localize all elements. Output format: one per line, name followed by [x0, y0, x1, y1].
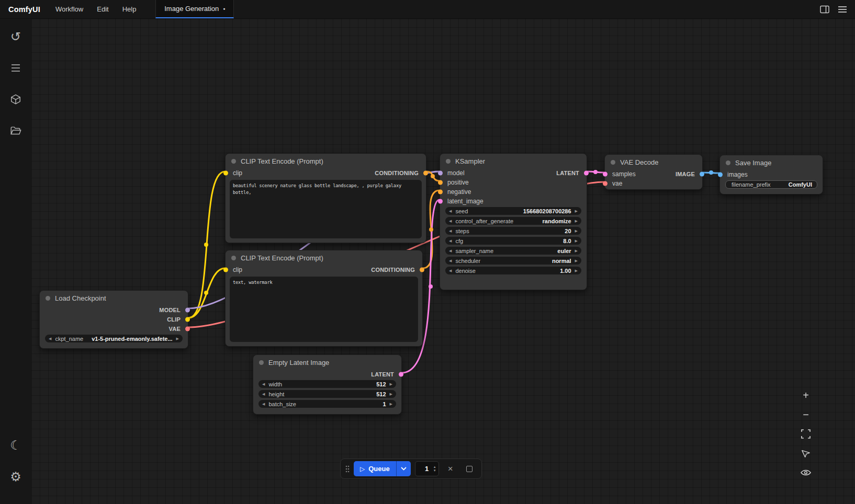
node-save-image[interactable]: Save Image images filename_prefix ComfyU…: [719, 155, 823, 194]
next-arrow-icon[interactable]: ▶: [575, 219, 578, 223]
port-conditioning-output[interactable]: [420, 268, 424, 272]
widget-seed[interactable]: ◀ seed 156680208700286 ▶: [445, 207, 581, 215]
node-header[interactable]: Save Image: [720, 155, 823, 170]
decrement-arrow-icon[interactable]: ◀: [262, 392, 265, 396]
increment-arrow-icon[interactable]: ▶: [390, 392, 392, 396]
node-clip-text-encode-positive[interactable]: CLIP Text Encode (Prompt) clip CONDITION…: [225, 153, 426, 243]
port-conditioning-output[interactable]: [423, 171, 428, 176]
decrement-arrow-icon[interactable]: ◀: [262, 382, 265, 386]
fit-view-icon[interactable]: [800, 428, 812, 440]
increment-caret-icon[interactable]: ▲: [433, 465, 436, 468]
prev-arrow-icon[interactable]: ◀: [449, 219, 452, 223]
node-header[interactable]: Load Checkpoint: [40, 291, 188, 305]
port-latent-output[interactable]: [584, 171, 589, 176]
collapse-toggle-icon[interactable]: [231, 159, 236, 164]
app-logo[interactable]: ComfyUI: [0, 0, 49, 18]
drag-handle-icon[interactable]: [345, 465, 350, 473]
tab-image-generation[interactable]: Image Generation ●: [155, 0, 234, 18]
menu-help[interactable]: Help: [116, 0, 143, 18]
batch-count-input[interactable]: 1 ▲ ▼: [415, 461, 439, 476]
widget-cfg[interactable]: ◀ cfg 8.0 ▶: [445, 237, 581, 245]
queue-options-chevron-icon[interactable]: [397, 461, 411, 476]
node-header[interactable]: VAE Decode: [605, 155, 702, 169]
widget-width[interactable]: ◀ width 512 ▶: [258, 380, 396, 388]
increment-arrow-icon[interactable]: ▶: [575, 229, 578, 233]
port-vae-input[interactable]: [603, 181, 608, 186]
clear-queue-icon[interactable]: ×: [443, 462, 458, 476]
port-positive-input[interactable]: [438, 180, 443, 185]
settings-gear-icon[interactable]: ⚙: [4, 465, 27, 488]
widget-sampler-name[interactable]: ◀ sampler_name euler ▶: [445, 247, 581, 255]
node-library-icon[interactable]: [4, 56, 27, 79]
prev-arrow-icon[interactable]: ◀: [449, 249, 452, 253]
port-clip-input[interactable]: [223, 171, 228, 176]
decrement-arrow-icon[interactable]: ◀: [449, 239, 452, 243]
decrement-arrow-icon[interactable]: ◀: [449, 229, 452, 233]
widget-batch-size[interactable]: ◀ batch_size 1 ▶: [258, 400, 396, 408]
prompt-textarea[interactable]: text, watermark: [230, 277, 418, 342]
decrement-arrow-icon[interactable]: ◀: [449, 209, 452, 213]
prev-arrow-icon[interactable]: ◀: [449, 259, 452, 262]
node-ksampler[interactable]: KSampler model LATENT positive negative …: [440, 153, 587, 290]
node-header[interactable]: Empty Latent Image: [253, 355, 401, 370]
port-model-input[interactable]: [438, 171, 443, 176]
node-empty-latent-image[interactable]: Empty Latent Image LATENT ◀ width 512 ▶ …: [253, 354, 402, 415]
increment-arrow-icon[interactable]: ▶: [390, 382, 392, 386]
port-clip-input[interactable]: [223, 268, 228, 272]
menu-workflow[interactable]: Workflow: [49, 0, 90, 18]
next-arrow-icon[interactable]: ▶: [176, 337, 179, 340]
hamburger-menu-icon[interactable]: [835, 3, 850, 16]
node-clip-text-encode-negative[interactable]: CLIP Text Encode (Prompt) clip CONDITION…: [225, 250, 423, 347]
theme-toggle-moon-icon[interactable]: ☾: [4, 434, 27, 457]
queue-history-icon[interactable]: ↺: [4, 25, 27, 48]
decrement-arrow-icon[interactable]: ◀: [449, 269, 452, 272]
port-image-output[interactable]: [700, 172, 704, 177]
widget-steps[interactable]: ◀ steps 20 ▶: [445, 227, 581, 235]
widget-ckpt-name[interactable]: ◀ ckpt_name v1-5-pruned-emaonly.safete..…: [45, 335, 183, 342]
next-arrow-icon[interactable]: ▶: [575, 249, 578, 253]
prompt-textarea[interactable]: beautiful scenery nature glass bottle la…: [230, 180, 422, 238]
port-clip-output[interactable]: [185, 317, 190, 322]
widget-filename-prefix[interactable]: filename_prefix ComfyUI: [725, 180, 817, 189]
node-header[interactable]: CLIP Text Encode (Prompt): [226, 250, 422, 265]
widget-control-after-generate[interactable]: ◀ control_after_generate randomize ▶: [445, 217, 581, 225]
model-library-icon[interactable]: [4, 88, 27, 111]
port-images-input[interactable]: [718, 173, 723, 177]
collapse-toggle-icon[interactable]: [726, 161, 730, 165]
select-mode-cursor-icon[interactable]: [800, 447, 812, 460]
port-latent-image-input[interactable]: [438, 199, 443, 204]
stop-icon[interactable]: [462, 462, 477, 476]
increment-arrow-icon[interactable]: ▶: [390, 402, 392, 406]
node-header[interactable]: CLIP Text Encode (Prompt): [226, 154, 426, 168]
workflows-folder-icon[interactable]: [4, 119, 27, 142]
node-graph-canvas[interactable]: Load Checkpoint MODEL CLIP VAE ◀ ckpt_na…: [31, 19, 855, 504]
widget-height[interactable]: ◀ height 512 ▶: [258, 390, 396, 398]
widget-denoise[interactable]: ◀ denoise 1.00 ▶: [445, 267, 581, 274]
increment-arrow-icon[interactable]: ▶: [575, 209, 578, 213]
collapse-toggle-icon[interactable]: [259, 360, 264, 365]
next-arrow-icon[interactable]: ▶: [575, 259, 578, 262]
node-vae-decode[interactable]: VAE Decode samples IMAGE vae: [604, 154, 703, 190]
decrement-arrow-icon[interactable]: ◀: [262, 402, 265, 406]
collapse-toggle-icon[interactable]: [611, 160, 615, 165]
port-model-output[interactable]: [185, 308, 190, 313]
increment-arrow-icon[interactable]: ▶: [575, 269, 578, 272]
prev-arrow-icon[interactable]: ◀: [49, 337, 51, 340]
port-vae-output[interactable]: [185, 327, 190, 331]
toggle-visibility-eye-icon[interactable]: [800, 466, 812, 479]
port-negative-input[interactable]: [438, 190, 443, 194]
zoom-in-icon[interactable]: +: [800, 389, 812, 402]
zoom-out-icon[interactable]: −: [800, 408, 812, 421]
collapse-toggle-icon[interactable]: [46, 296, 50, 301]
collapse-toggle-icon[interactable]: [446, 159, 451, 164]
queue-button[interactable]: ▷ Queue: [354, 465, 396, 473]
menu-edit[interactable]: Edit: [90, 0, 115, 18]
collapse-toggle-icon[interactable]: [231, 256, 236, 260]
port-latent-output[interactable]: [399, 372, 403, 377]
increment-arrow-icon[interactable]: ▶: [575, 239, 578, 243]
port-samples-input[interactable]: [603, 172, 608, 177]
node-load-checkpoint[interactable]: Load Checkpoint MODEL CLIP VAE ◀ ckpt_na…: [39, 290, 188, 349]
toggle-panel-icon[interactable]: [817, 3, 832, 16]
decrement-caret-icon[interactable]: ▼: [433, 469, 436, 472]
widget-scheduler[interactable]: ◀ scheduler normal ▶: [445, 257, 581, 265]
